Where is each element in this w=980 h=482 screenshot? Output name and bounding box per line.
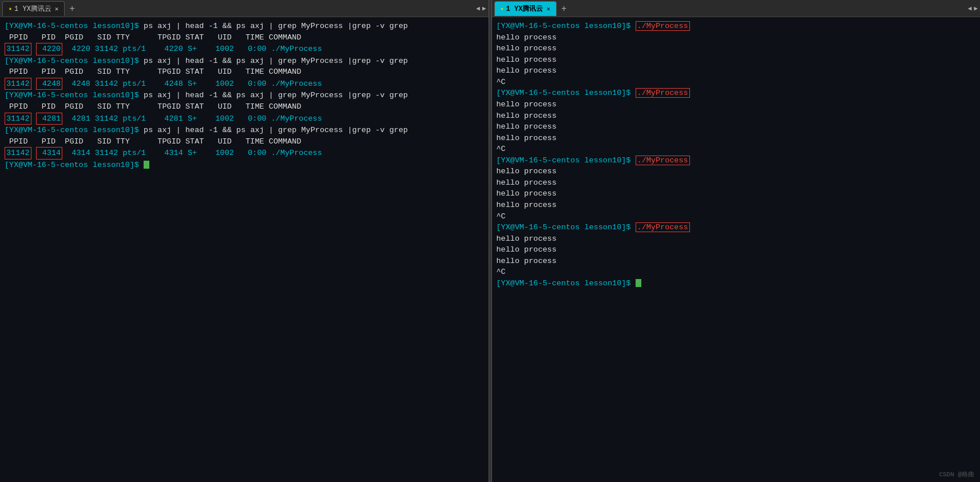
prompt-4: [YX@VM-16-5-centos lesson10]$ [5, 126, 139, 134]
right-line-19: [YX@VM-16-5-centos lesson10]$ ./MyProces… [497, 222, 976, 233]
right-arrow-right[interactable]: ▶ [974, 5, 978, 12]
left-tab-bar: ★ 1 YX腾讯云 ✕ + ◀ ▶ [0, 0, 489, 17]
data-3: 4281 31142 pts/1 4281 S+ 1002 0:00 ./MyP… [62, 114, 322, 123]
left-line-12: 31142 4314 4314 31142 pts/1 4314 S+ 1002… [5, 147, 484, 160]
right-line-13: [YX@VM-16-5-centos lesson10]$ ./MyProces… [497, 155, 976, 166]
left-terminal[interactable]: [YX@VM-16-5-centos lesson10]$ ps axj | h… [0, 17, 489, 482]
right-line-7: [YX@VM-16-5-centos lesson10]$ ./MyProces… [497, 87, 976, 99]
right-line-9: hello process [497, 110, 976, 122]
r-prompt-5: [YX@VM-16-5-centos lesson10]$ [497, 279, 631, 288]
right-cursor [636, 279, 641, 287]
left-nav-arrows: ◀ ▶ [476, 5, 486, 12]
right-line-14: hello process [497, 166, 976, 177]
right-line-5: hello process [497, 65, 976, 77]
right-line-1: [YX@VM-16-5-centos lesson10]$ ./MyProces… [497, 21, 976, 32]
right-line-22: hello process [497, 256, 976, 267]
right-line-23: ^C [497, 266, 976, 278]
data-1: 4220 31142 pts/1 4220 S+ 1002 0:00 ./MyP… [62, 45, 322, 53]
cmd-2: ps axj | head -1 && ps axj | grep MyProc… [139, 57, 408, 65]
data-2: 4248 31142 pts/1 4248 S+ 1002 0:00 ./MyP… [62, 79, 322, 88]
right-tab-bar: ★ 1 YX腾讯云 ✕ + ◀ ▶ [492, 0, 981, 17]
pid-2: 4248 [36, 78, 63, 90]
left-line-8: PPID PID PGID SID TTY TPGID STAT UID TIM… [5, 101, 484, 113]
prompt-1: [YX@VM-16-5-centos lesson10]$ [5, 22, 139, 30]
right-line-2: hello process [497, 32, 976, 43]
right-tab[interactable]: ★ 1 YX腾讯云 ✕ [494, 1, 557, 16]
left-line-13: [YX@VM-16-5-centos lesson10]$ [5, 160, 484, 171]
right-terminal[interactable]: [YX@VM-16-5-centos lesson10]$ ./MyProces… [492, 17, 981, 482]
right-line-3: hello process [497, 43, 976, 54]
r-prompt-4: [YX@VM-16-5-centos lesson10]$ [497, 223, 631, 232]
header-1: PPID PID PGID SID TTY TPGID STAT UID TIM… [5, 33, 301, 42]
header-3: PPID PID PGID SID TTY TPGID STAT UID TIM… [5, 102, 301, 111]
left-tab[interactable]: ★ 1 YX腾讯云 ✕ [2, 1, 65, 16]
left-line-11: PPID PID PGID SID TTY TPGID STAT UID TIM… [5, 136, 484, 148]
r-prompt-3: [YX@VM-16-5-centos lesson10]$ [497, 156, 631, 165]
ppid-4: 31142 [5, 147, 31, 160]
left-pane: ★ 1 YX腾讯云 ✕ + ◀ ▶ [YX@VM-16-5-centos les… [0, 0, 489, 482]
left-line-7: [YX@VM-16-5-centos lesson10]$ ps axj | h… [5, 90, 484, 101]
right-line-20: hello process [497, 233, 976, 245]
prompt-3: [YX@VM-16-5-centos lesson10]$ [5, 91, 139, 99]
left-line-4: [YX@VM-16-5-centos lesson10]$ ps axj | h… [5, 55, 484, 67]
ppid-3: 31142 [5, 113, 31, 125]
pid-4: 4314 [36, 147, 63, 160]
right-line-16: hello process [497, 188, 976, 200]
right-line-18: ^C [497, 211, 976, 222]
r-prompt-1: [YX@VM-16-5-centos lesson10]$ [497, 22, 631, 30]
left-tab-add[interactable]: + [66, 3, 78, 14]
left-line-5: PPID PID PGID SID TTY TPGID STAT UID TIM… [5, 66, 484, 78]
right-line-24: [YX@VM-16-5-centos lesson10]$ [497, 278, 976, 289]
right-line-11: hello process [497, 133, 976, 144]
left-line-10: [YX@VM-16-5-centos lesson10]$ ps axj | h… [5, 125, 484, 136]
left-line-1: [YX@VM-16-5-centos lesson10]$ ps axj | h… [5, 21, 484, 32]
right-tab-icon: ★ [501, 5, 504, 12]
watermark: CSDN @格曲 [939, 470, 974, 479]
right-tab-close[interactable]: ✕ [546, 5, 550, 13]
ppid-2: 31142 [5, 78, 31, 90]
right-line-6: ^C [497, 77, 976, 88]
right-line-17: hello process [497, 200, 976, 211]
main-content: ★ 1 YX腾讯云 ✕ + ◀ ▶ [YX@VM-16-5-centos les… [0, 0, 980, 482]
cmd-1: ps axj | head -1 && ps axj | grep MyProc… [139, 22, 408, 30]
left-line-3: 31142 4220 4220 31142 pts/1 4220 S+ 1002… [5, 43, 484, 55]
cmd-4: ps axj | head -1 && ps axj | grep MyProc… [139, 126, 408, 134]
right-line-8: hello process [497, 99, 976, 110]
right-tab-add[interactable]: + [558, 3, 570, 14]
left-arrow-right[interactable]: ▶ [482, 5, 486, 12]
r-cmd-3: ./MyProcess [636, 156, 690, 165]
right-pane: ★ 1 YX腾讯云 ✕ + ◀ ▶ [YX@VM-16-5-centos les… [492, 0, 981, 482]
header-2: PPID PID PGID SID TTY TPGID STAT UID TIM… [5, 67, 301, 76]
right-tab-label: 1 YX腾讯云 [506, 4, 543, 14]
cmd-3: ps axj | head -1 && ps axj | grep MyProc… [139, 91, 408, 99]
r-cmd-2: ./MyProcess [636, 88, 690, 98]
prompt-2: [YX@VM-16-5-centos lesson10]$ [5, 57, 139, 65]
left-line-6: 31142 4248 4248 31142 pts/1 4248 S+ 1002… [5, 78, 484, 90]
right-line-10: hello process [497, 121, 976, 133]
right-line-21: hello process [497, 244, 976, 256]
r-cmd-4: ./MyProcess [636, 222, 690, 232]
left-cursor [144, 161, 149, 169]
ppid-1: 31142 [5, 43, 31, 55]
right-arrow-left[interactable]: ◀ [968, 5, 972, 12]
data-4: 4314 31142 pts/1 4314 S+ 1002 0:00 ./MyP… [62, 149, 322, 157]
right-line-15: hello process [497, 177, 976, 189]
header-4: PPID PID PGID SID TTY TPGID STAT UID TIM… [5, 137, 301, 146]
r-cmd-1: ./MyProcess [636, 21, 690, 31]
left-line-2: PPID PID PGID SID TTY TPGID STAT UID TIM… [5, 32, 484, 43]
right-line-12: ^C [497, 144, 976, 155]
left-arrow-left[interactable]: ◀ [476, 5, 480, 12]
left-tab-label: 1 YX腾讯云 [14, 4, 51, 14]
prompt-5: [YX@VM-16-5-centos lesson10]$ [5, 161, 139, 169]
right-line-4: hello process [497, 54, 976, 66]
pid-1: 4220 [36, 43, 63, 55]
left-tab-close[interactable]: ✕ [55, 5, 59, 13]
r-prompt-2: [YX@VM-16-5-centos lesson10]$ [497, 89, 631, 97]
right-nav-arrows: ◀ ▶ [968, 5, 978, 12]
left-tab-icon: ★ [9, 5, 12, 12]
pid-3: 4281 [36, 113, 63, 125]
left-line-9: 31142 4281 4281 31142 pts/1 4281 S+ 1002… [5, 113, 484, 125]
